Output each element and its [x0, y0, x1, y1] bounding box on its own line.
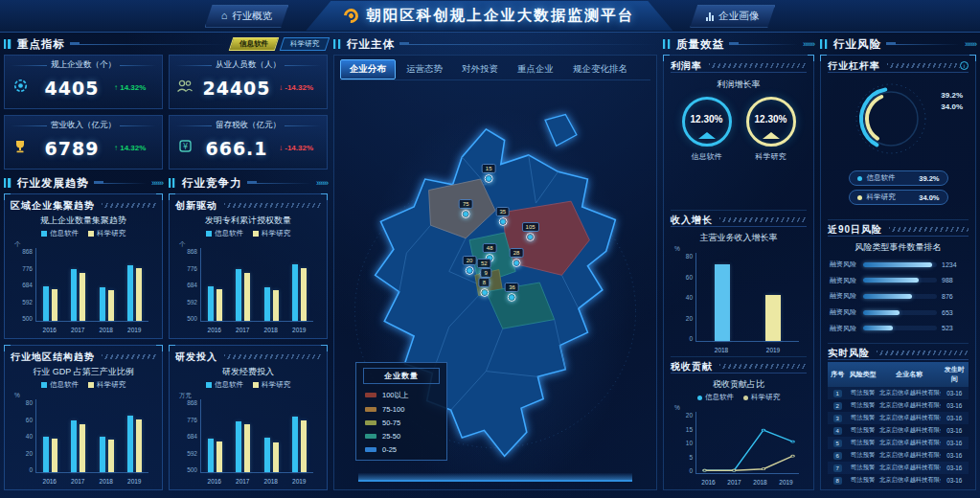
bar-2017 [236, 269, 241, 321]
quality-title: 质量效益 [676, 37, 724, 52]
delta-down: ↓ -14.32% [279, 144, 321, 152]
nav-industry-overview[interactable]: ⌂ 行业概览 [205, 5, 289, 28]
bar-2018 [100, 287, 105, 321]
bar-2019 [127, 265, 133, 321]
table-row[interactable]: 2司法预警北京启信卓越科技有限公司03-16 [828, 399, 969, 412]
map-marker-8[interactable]: 8 [479, 278, 490, 297]
hatch-decoration [224, 354, 321, 359]
subcard-region-structure: 行业地区结构趋势 行业 GDP 占第三产业比例信息软件科学研究806040200… [4, 345, 163, 490]
table-row[interactable]: 3司法预警北京启信卓越科技有限公司03-16 [828, 412, 969, 424]
indicator-filter-group: 信息软件科学研究 [231, 37, 328, 51]
tab-重点企业[interactable]: 重点企业 [509, 60, 562, 79]
bar-chart-icon [706, 11, 714, 21]
realtime-risk-title: 实时风险 [828, 347, 870, 360]
more-arrows-icon[interactable]: »»» [151, 178, 163, 188]
income-section-header: 收入增长 [671, 214, 807, 227]
legend-item: 50-75 [356, 416, 446, 429]
stat-card[interactable]: 从业人员数（人）24405↓ -14.32% [169, 55, 328, 109]
header-line [94, 183, 147, 184]
hbar-row: 融资风险1234 [830, 260, 967, 269]
filter-pill-科学研究[interactable]: 科学研究 [280, 37, 330, 51]
tab-对外投资[interactable]: 对外投资 [453, 60, 507, 79]
bar-2018 [108, 290, 114, 321]
delta-down: ↓ -14.32% [279, 83, 321, 92]
leverage-title: 行业杠杆率 [828, 59, 880, 73]
subcard-region-agglomeration: 区域企业集聚趋势 规上企业数量集聚趋势信息软件科学研究8687766845925… [4, 193, 163, 339]
more-arrows-icon[interactable]: »»» [965, 39, 976, 49]
quality-panel: 利润率 利润增长率 12.30%信息软件12.30%科学研究 收入增长 主营业务… [663, 55, 814, 490]
more-arrows-icon[interactable]: »»» [803, 39, 814, 49]
tab-规企变化排名[interactable]: 规企变化排名 [564, 60, 636, 79]
map-marker-20[interactable]: 20 [463, 256, 477, 275]
app-header: ⌂ 行业概览 朝阳区科创规上企业大数据监测平台 企业画像 [0, 0, 980, 33]
tab-企业分布[interactable]: 企业分布 [340, 59, 396, 79]
chart-rnd-spending: 研发经费投入信息软件科学研究868776684592500万元201620172… [175, 363, 321, 485]
hatch-decoration [877, 351, 969, 355]
district-map[interactable]: 157535105482820529836 企业数量 100以上75-10050… [340, 80, 650, 486]
dashboard-body: 重点指标 信息软件科学研究 规上企业数（个）4405↑ 14.32%从业人员数（… [0, 33, 980, 494]
bar-2018 [264, 438, 270, 472]
map-marker-35[interactable]: 35 [495, 207, 510, 226]
tab-运营态势[interactable]: 运营态势 [398, 60, 451, 79]
risk-header: 行业风险 »»» [820, 36, 976, 52]
map-marker-36[interactable]: 36 [505, 283, 519, 302]
stat-card[interactable]: 营业收入（亿元）6789↑ 14.32% [4, 115, 163, 170]
hatch-decoration [887, 63, 960, 68]
leverage-gauge: 39.2%34.0% [828, 75, 969, 167]
nav-enterprise-portrait[interactable]: 企业画像 [690, 5, 775, 28]
table-col-序号: 序号 [828, 362, 848, 387]
bar-2017 [80, 424, 85, 472]
competitiveness-header: 行业竞争力 »»» [169, 175, 328, 191]
nav-industry-overview-label: 行业概览 [232, 10, 272, 23]
income-section: 收入增长 主营业务收入增长率806040200%20182019 [671, 214, 807, 357]
bar-2019 [292, 417, 298, 472]
subcard-title: 创新驱动 [175, 199, 217, 213]
table-row[interactable]: 4司法预警北京启信卓越科技有限公司03-16 [828, 424, 969, 437]
recent-risk-section: 近90日风险 风险类型事件数量排名融资风险1234融资风险988融资风险876融… [828, 223, 969, 344]
profit-gauge-信息软件: 12.30%信息软件 [682, 97, 732, 162]
leverage-section: 行业杠杆率 i 39.2%34.0% 信息软件39.2%科学研究34.0% [828, 59, 969, 220]
legend-item: 0-25 [356, 442, 446, 456]
section-bars-icon [169, 178, 177, 188]
table-row[interactable]: 5司法预警北京启信卓越科技有限公司03-16 [828, 437, 969, 449]
bar-2016 [208, 286, 214, 321]
hbar-row: 融资风险876 [830, 291, 967, 301]
chart-risk-ranking: 风险类型事件数量排名融资风险1234融资风险988融资风险876融资风险653融… [828, 238, 969, 340]
profit-gauge-科学研究: 12.30%科学研究 [746, 97, 796, 162]
title-band: 朝阳区科创规上企业大数据监测平台 [306, 1, 672, 31]
subcard-name-row: 行业地区结构趋势 [11, 351, 156, 363]
section-bars-icon [4, 39, 12, 49]
hbar-row: 融资风险653 [830, 307, 967, 317]
key-indicators-header: 重点指标 信息软件科学研究 [4, 36, 328, 52]
table-row[interactable]: 1司法预警北京启信卓越科技有限公司03-16 [828, 387, 969, 399]
map-marker-105[interactable]: 105 [522, 222, 539, 241]
table-row[interactable]: 8司法预警北京启信卓越科技有限公司03-16 [828, 474, 969, 487]
info-icon[interactable]: i [960, 61, 969, 70]
map-marker-15[interactable]: 15 [482, 164, 496, 183]
table-row[interactable]: 7司法预警北京启信卓越科技有限公司03-16 [828, 462, 969, 474]
map-legend: 企业数量 100以上75-10050-7525-500-25 [355, 362, 447, 461]
stat-card[interactable]: 规上企业数（个）4405↑ 14.32% [4, 55, 163, 109]
stat-card[interactable]: 留存税收（亿元）¥666.1↓ -14.32% [169, 115, 328, 170]
map-marker-75[interactable]: 75 [459, 199, 473, 218]
header-line [399, 44, 657, 45]
key-indicators-title: 重点指标 [17, 37, 65, 52]
hatch-decoration [889, 227, 969, 232]
table-row[interactable]: 6司法预警北京启信卓越科技有限公司03-16 [828, 449, 969, 462]
bar-2018 [100, 437, 105, 472]
map-legend-title: 企业数量 [363, 368, 440, 384]
leverage-legend-科学研究: 科学研究34.0% [849, 190, 948, 205]
chart-patents: 发明专利累计授权数量信息软件科学研究868776684592500个201620… [175, 212, 321, 333]
hatch-decoration [224, 203, 321, 208]
hatch-decoration [709, 63, 807, 68]
map-base-glow [358, 473, 631, 482]
subcard-title: 区域企业集聚趋势 [11, 199, 95, 213]
map-marker-28[interactable]: 28 [510, 248, 524, 267]
more-arrows-icon[interactable]: »»» [316, 178, 328, 188]
bar-2019 [136, 268, 142, 321]
delta-up: ↑ 14.32% [114, 144, 156, 152]
header-line [886, 44, 960, 45]
filter-pill-信息软件[interactable]: 信息软件 [229, 37, 280, 51]
legend-item: 75-100 [356, 402, 446, 416]
legend-item: 25-50 [356, 429, 446, 442]
